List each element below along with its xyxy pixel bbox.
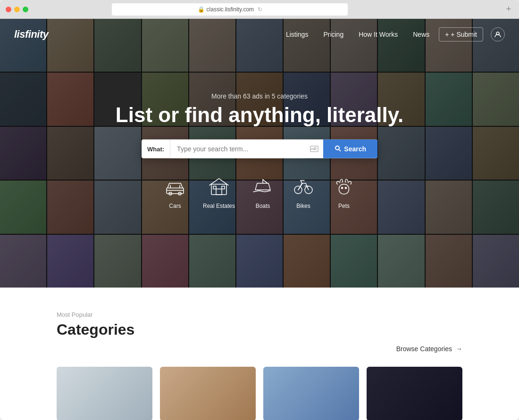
category-cars[interactable]: Cars (162, 173, 188, 209)
bike-icon (291, 173, 316, 199)
nav-submit-button[interactable]: + + Submit (439, 27, 483, 41)
category-cards-grid (57, 367, 462, 420)
svg-rect-10 (213, 186, 216, 189)
real-estates-label: Real Estates (203, 203, 235, 209)
category-card-2[interactable] (160, 367, 256, 420)
arrow-right-icon: → (456, 345, 462, 353)
nav-how-it-works[interactable]: How It Works (353, 28, 403, 41)
minimize-button[interactable] (14, 7, 20, 12)
section-heading: Most Popular Categories (57, 311, 134, 353)
new-tab-button[interactable]: + (504, 5, 513, 14)
search-button[interactable]: Search (323, 140, 377, 158)
section-title: Categories (57, 321, 134, 338)
hero-title: List or find anything, literally. (94, 104, 425, 126)
category-card-4[interactable] (367, 367, 462, 420)
boat-icon (250, 173, 276, 199)
nav-news[interactable]: News (407, 28, 435, 41)
category-pets[interactable]: Pets (331, 173, 357, 209)
search-input[interactable] (170, 140, 305, 158)
search-button-label: Search (344, 145, 366, 153)
category-icons: Cars Real Esta (94, 173, 425, 209)
nav-links: Listings Pricing How It Works News + + S… (280, 27, 505, 41)
hero-section: lisfinity Listings Pricing How It Works … (0, 19, 519, 288)
url-text: classic.lisfinity.com (207, 6, 254, 13)
hero-subtitle: More than 63 ads in 5 categories (94, 92, 425, 100)
svg-point-3 (335, 146, 339, 150)
category-real-estates[interactable]: Real Estates (203, 173, 235, 209)
lock-icon: 🔒 (198, 6, 205, 13)
svg-point-15 (345, 188, 347, 189)
category-boats[interactable]: Boats (250, 173, 276, 209)
image-search-icon (305, 140, 323, 158)
navbar: lisfinity Listings Pricing How It Works … (0, 19, 519, 49)
nav-listings[interactable]: Listings (280, 28, 314, 41)
browse-categories-label: Browse Categories (396, 345, 452, 353)
svg-point-14 (342, 188, 343, 189)
address-bar[interactable]: 🔒 classic.lisfinity.com ↻ (112, 3, 348, 16)
section-eyebrow: Most Popular (57, 311, 134, 318)
search-label: What: (142, 140, 170, 158)
browser-window: 🔒 classic.lisfinity.com ↻ + (0, 0, 519, 420)
boats-label: Boats (256, 203, 270, 209)
maximize-button[interactable] (23, 7, 28, 12)
pet-icon (331, 173, 357, 199)
category-card-1[interactable] (57, 367, 152, 420)
cars-label: Cars (169, 203, 181, 209)
category-card-3[interactable] (263, 367, 359, 420)
svg-line-4 (339, 149, 341, 151)
svg-rect-11 (222, 186, 225, 189)
car-icon (162, 173, 188, 199)
browse-categories-link[interactable]: Browse Categories → (396, 345, 462, 353)
search-bar: What: (142, 140, 377, 158)
browser-window-controls (6, 7, 28, 12)
hero-content: More than 63 ads in 5 categories List or… (94, 92, 425, 209)
plus-icon: + (445, 31, 449, 38)
category-bikes[interactable]: Bikes (291, 173, 316, 209)
search-button-icon (335, 145, 341, 153)
browser-titlebar: 🔒 classic.lisfinity.com ↻ + (0, 0, 519, 19)
bikes-label: Bikes (296, 203, 310, 209)
close-button[interactable] (6, 7, 11, 12)
nav-pricing[interactable]: Pricing (318, 28, 349, 41)
site-content: lisfinity Listings Pricing How It Works … (0, 19, 519, 420)
section-header: Most Popular Categories Browse Categorie… (57, 311, 462, 353)
svg-rect-9 (216, 189, 222, 195)
refresh-icon[interactable]: ↻ (258, 6, 262, 13)
pets-label: Pets (338, 203, 350, 209)
below-hero-section: Most Popular Categories Browse Categorie… (0, 288, 519, 420)
building-icon (206, 173, 232, 199)
user-icon[interactable] (491, 27, 505, 41)
site-logo[interactable]: lisfinity (14, 28, 49, 41)
